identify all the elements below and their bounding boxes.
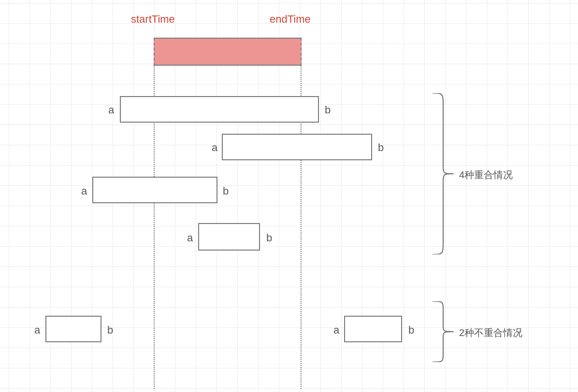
label-b: b (378, 141, 384, 154)
overlap-bar-4 (198, 223, 260, 251)
label-b: b (107, 324, 113, 336)
diagram-canvas: startTime endTime a b a b a b a b a b a … (0, 0, 578, 392)
label-a: a (333, 324, 339, 336)
label-nonoverlap-cases: 2种不重合情况 (459, 326, 522, 339)
label-a: a (187, 232, 193, 244)
label-start-time: startTime (131, 13, 175, 26)
label-a: a (212, 141, 217, 154)
brace-overlap (433, 93, 457, 254)
overlap-bar-1 (120, 96, 319, 123)
label-b: b (223, 185, 229, 197)
label-a: a (81, 185, 87, 197)
label-a: a (34, 324, 40, 336)
overlap-bar-2 (222, 134, 372, 160)
label-a: a (108, 104, 114, 116)
label-b: b (266, 232, 272, 244)
label-b: b (325, 104, 331, 116)
label-overlap-cases: 4种重合情况 (459, 168, 513, 182)
brace-nonoverlap (433, 301, 457, 362)
label-end-time: endTime (270, 13, 311, 26)
overlap-bar-3 (92, 177, 217, 203)
nonoverlap-bar-left (45, 316, 101, 342)
reference-interval-bar (154, 38, 302, 66)
nonoverlap-bar-right (344, 316, 402, 342)
label-b: b (408, 324, 414, 336)
